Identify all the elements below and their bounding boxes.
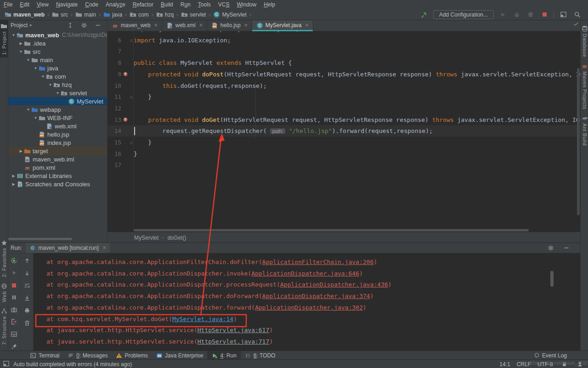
menu-file[interactable]: File xyxy=(0,0,16,9)
nav-crumb-hzq[interactable]: hzq xyxy=(155,11,175,18)
line-ending-widget[interactable]: CRLF xyxy=(517,361,531,368)
menu-vcs[interactable]: VCS xyxy=(215,0,233,9)
tree-row-maven-web-iml[interactable]: maven_web.iml xyxy=(8,155,107,163)
chevron-down-icon[interactable]: ▼ xyxy=(47,83,53,87)
fold-marker-icon[interactable]: ⌂ xyxy=(129,140,134,145)
menu-build[interactable]: Build xyxy=(157,0,177,9)
up-button[interactable] xyxy=(23,257,31,265)
menu-edit[interactable]: Edit xyxy=(16,0,33,9)
nav-crumb-servlet[interactable]: servlet xyxy=(180,11,207,18)
toolwindows-button[interactable] xyxy=(559,10,568,19)
stack-trace-link[interactable]: ApplicationFilterChain.java:206 xyxy=(262,259,374,265)
tree-row-scratches-and-consoles[interactable]: ▶Scratches and Consoles xyxy=(8,180,107,188)
hammer-button[interactable] xyxy=(419,10,429,19)
tree-row-myservlet[interactable]: CMyServlet xyxy=(8,97,107,105)
close-icon[interactable]: × xyxy=(244,22,248,29)
stack-trace-link[interactable]: HttpServlet.java:617 xyxy=(198,327,270,334)
menu-navigate[interactable]: Navigate xyxy=(52,0,81,9)
toolwindow-button-java-enterprise[interactable]: EEJava Enterprise xyxy=(152,351,207,360)
camera-button[interactable] xyxy=(10,306,18,314)
stripe-button-ant-build[interactable]: Ant Build xyxy=(581,112,588,149)
tool-window-toggle-icon[interactable] xyxy=(3,360,10,368)
chevron-right-icon[interactable]: ▶ xyxy=(18,149,24,153)
toolwindow-button-problems[interactable]: Problems xyxy=(112,351,152,360)
stack-trace-link[interactable]: MyServlet.java:14 xyxy=(172,316,233,322)
close-icon[interactable]: × xyxy=(103,245,106,251)
editor-tab-hello-jsp[interactable]: JSPhello.jsp× xyxy=(207,20,252,31)
tree-row-webapp[interactable]: ▼webapp xyxy=(8,105,107,114)
scrollend-button[interactable] xyxy=(23,294,31,302)
stripe-button-2-favorites[interactable]: 2: Favorites xyxy=(0,237,8,280)
nav-crumb-myservlet[interactable]: CMyServlet xyxy=(212,11,247,18)
pause-button[interactable] xyxy=(10,293,18,302)
bug-button[interactable] xyxy=(512,10,521,19)
tree-row-main[interactable]: ▼main xyxy=(8,56,107,64)
encoding-widget[interactable]: UTF-8 xyxy=(537,361,553,368)
menu-view[interactable]: View xyxy=(33,0,52,9)
run-console[interactable]: at org.apache.catalina.core.ApplicationF… xyxy=(34,253,580,351)
hide-button[interactable] xyxy=(93,21,102,30)
play-button[interactable] xyxy=(498,10,508,19)
nav-crumb-java[interactable]: java xyxy=(102,11,123,18)
chevron-down-icon[interactable]: ▼ xyxy=(25,58,31,62)
toolwindow-button-6-todo[interactable]: 6: TODO xyxy=(241,351,280,360)
coverage-button[interactable] xyxy=(526,10,535,19)
down-button[interactable] xyxy=(23,269,31,277)
stripe-button-maven-projects[interactable]: mMaven Projects xyxy=(581,60,588,112)
chevron-down-icon[interactable]: ▼ xyxy=(55,91,61,95)
toolwindow-button-terminal[interactable]: Terminal xyxy=(26,351,63,360)
close-icon[interactable]: × xyxy=(199,22,203,29)
pin-button[interactable] xyxy=(10,342,18,351)
fold-marker-icon[interactable]: ⌂ xyxy=(129,38,134,43)
tree-row-com[interactable]: ▼com xyxy=(8,72,107,80)
nav-crumb-maven-web[interactable]: maven_web xyxy=(4,11,45,18)
tree-row-pom-xml[interactable]: mpom.xml xyxy=(8,163,107,172)
chevron-down-icon[interactable]: ▾ xyxy=(29,23,32,28)
stripe-button-database[interactable]: Database xyxy=(581,23,588,60)
menu-code[interactable]: Code xyxy=(81,0,102,9)
chevron-right-icon[interactable]: ▶ xyxy=(18,41,24,46)
exit-button[interactable] xyxy=(10,318,18,326)
menu-analyze[interactable]: Analyze xyxy=(102,0,129,9)
chevron-down-icon[interactable]: ▼ xyxy=(18,50,24,54)
search-button[interactable] xyxy=(572,10,582,19)
tree-row-web-inf[interactable]: ▼WEB-INF xyxy=(8,114,107,122)
stop-red-button[interactable] xyxy=(540,10,549,19)
nav-crumb-com[interactable]: com xyxy=(129,11,150,18)
override-method-icon[interactable] xyxy=(122,117,129,122)
menu-help[interactable]: Help xyxy=(260,0,279,9)
tree-row-src[interactable]: ▼src xyxy=(8,47,107,56)
stripe-button-web[interactable]: Web xyxy=(0,280,8,305)
chevron-down-icon[interactable]: ▼ xyxy=(11,33,17,37)
nav-crumb-src[interactable]: src xyxy=(51,11,69,18)
stripe-button-7-structure[interactable]: 7: Structure xyxy=(0,305,8,348)
caret-position-widget[interactable]: 14:1 xyxy=(499,361,510,368)
tree-row-java[interactable]: ▼java xyxy=(8,64,107,72)
toolwindow-button-0-messages[interactable]: 0: Messages xyxy=(63,351,112,360)
menu-run[interactable]: Run xyxy=(177,0,194,9)
tree-row-hzq[interactable]: ▼hzq xyxy=(8,80,107,89)
hide-panel-button[interactable] xyxy=(562,243,571,253)
project-horizontal-scrollbar[interactable] xyxy=(8,238,72,240)
add-configuration-button[interactable]: Add Configuration... xyxy=(433,10,494,19)
run-configuration-tab[interactable]: maven_web [tomcat:run] × xyxy=(26,243,109,253)
menu-window[interactable]: Window xyxy=(233,0,260,9)
breadcrumb-method[interactable]: doGet() xyxy=(168,235,187,241)
stack-trace-link[interactable]: ApplicationDispatcher.java:646 xyxy=(251,270,359,277)
event-log-button[interactable]: Event Log xyxy=(534,352,588,359)
stop-red-button[interactable] xyxy=(10,281,18,289)
code-editor[interactable]: 5import javax.servlet.http.HttpServletRe… xyxy=(107,31,580,229)
close-icon[interactable]: × xyxy=(305,22,309,29)
menu-refactor[interactable]: Refactor xyxy=(129,0,157,9)
chevron-right-icon[interactable]: ▶ xyxy=(11,174,17,178)
nav-crumb-main[interactable]: main xyxy=(74,11,97,18)
editor-tab-web-xml[interactable]: web.xml× xyxy=(162,20,207,31)
stripe-button-1-project[interactable]: 1: Project xyxy=(0,20,8,58)
breadcrumb-class[interactable]: MyServlet xyxy=(134,235,158,241)
rerun-button[interactable] xyxy=(10,257,18,265)
fold-marker-icon[interactable]: ⌂ xyxy=(129,94,134,99)
tree-row-servlet[interactable]: ▼servlet xyxy=(8,89,107,97)
editor-horizontal-scrollbar[interactable] xyxy=(134,229,529,231)
tree-row-maven-web[interactable]: ▼maven_webC:\Users\hzqgu\Deskto xyxy=(8,31,107,39)
stack-trace-link[interactable]: ApplicationDispatcher.java:374 xyxy=(262,293,370,299)
